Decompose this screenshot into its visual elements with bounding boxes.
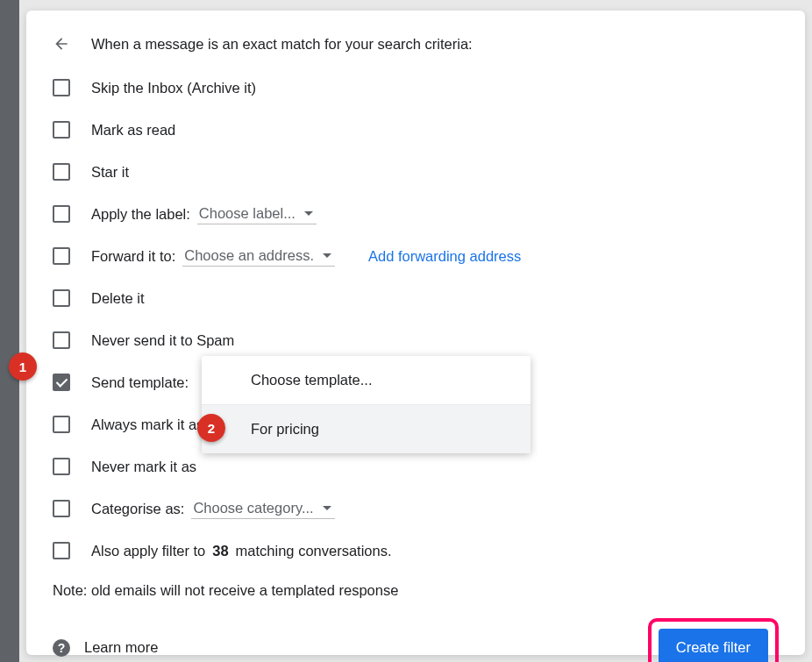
- create-filter-highlight: Create filter: [648, 618, 779, 662]
- option-never-important: Never mark it as: [53, 456, 779, 477]
- checkbox-always-important[interactable]: [53, 416, 70, 433]
- popover-item-choose[interactable]: Choose template...: [202, 356, 531, 405]
- learn-more-text: Learn more: [84, 639, 158, 656]
- caret-down-icon: [304, 211, 313, 216]
- forward-dropdown[interactable]: Choose an address.: [182, 246, 335, 267]
- apply-label-dropdown[interactable]: Choose label...: [197, 203, 317, 224]
- filter-actions-dialog: When a message is an exact match for you…: [26, 11, 805, 655]
- dialog-header: When a message is an exact match for you…: [53, 35, 779, 53]
- checkbox-send-template[interactable]: [53, 374, 70, 391]
- label-delete: Delete it: [91, 290, 145, 307]
- label-also-apply: Also apply filter to 38 matching convers…: [91, 543, 392, 559]
- create-filter-button[interactable]: Create filter: [659, 629, 768, 662]
- help-icon: ?: [53, 639, 70, 657]
- forward-text: Forward it to:: [91, 248, 175, 265]
- option-delete: Delete it: [53, 288, 779, 309]
- checkbox-forward[interactable]: [53, 247, 70, 265]
- label-send-template: Send template:: [91, 374, 189, 391]
- note-text: Note: old emails will not receive a temp…: [53, 582, 779, 599]
- checkbox-apply-label[interactable]: [53, 205, 70, 223]
- categorise-dropdown[interactable]: Choose category...: [191, 498, 334, 519]
- option-forward: Forward it to: Choose an address. Add fo…: [53, 246, 779, 267]
- label-categorise: Categorise as: Choose category...: [91, 498, 335, 519]
- caret-down-icon: [323, 506, 331, 510]
- label-never-important: Never mark it as: [91, 459, 196, 475]
- learn-more-link[interactable]: ? Learn more: [53, 639, 158, 657]
- checkbox-delete[interactable]: [53, 289, 70, 307]
- also-apply-prefix: Also apply filter to: [91, 543, 205, 559]
- option-star: Star it: [53, 161, 779, 182]
- dialog-footer: ? Learn more Create filter: [53, 618, 779, 662]
- forward-dropdown-text: Choose an address.: [184, 247, 314, 264]
- step-badge-2: 2: [197, 414, 225, 442]
- option-categorise: Categorise as: Choose category...: [53, 498, 779, 519]
- left-edge-strip: [0, 0, 19, 662]
- option-skip-inbox: Skip the Inbox (Archive it): [53, 77, 779, 98]
- label-mark-read: Mark as read: [91, 122, 175, 139]
- categorise-dropdown-text: Choose category...: [193, 500, 313, 516]
- apply-label-dropdown-text: Choose label...: [199, 205, 296, 222]
- back-arrow-icon[interactable]: [53, 35, 70, 53]
- label-star: Star it: [91, 164, 129, 181]
- option-apply-label: Apply the label: Choose label...: [53, 203, 779, 224]
- label-always-important: Always mark it as: [91, 416, 203, 433]
- caret-down-icon: [323, 253, 331, 258]
- checkbox-never-spam[interactable]: [53, 331, 70, 349]
- label-forward: Forward it to: Choose an address. Add fo…: [91, 246, 521, 267]
- checkbox-never-important[interactable]: [53, 458, 70, 475]
- checkbox-star[interactable]: [53, 163, 70, 181]
- label-skip-inbox: Skip the Inbox (Archive it): [91, 80, 256, 96]
- checkbox-skip-inbox[interactable]: [53, 79, 70, 96]
- popover-item-for-pricing[interactable]: For pricing: [202, 405, 531, 453]
- label-apply-label: Apply the label: Choose label...: [91, 203, 317, 224]
- add-forwarding-link[interactable]: Add forwarding address: [368, 248, 521, 265]
- label-never-spam: Never send it to Spam: [91, 332, 234, 349]
- step-badge-1: 1: [9, 352, 37, 381]
- also-apply-count: 38: [212, 543, 228, 559]
- checkbox-categorise[interactable]: [53, 500, 70, 517]
- option-never-spam: Never send it to Spam: [53, 330, 779, 351]
- apply-label-text: Apply the label:: [91, 206, 190, 223]
- checkbox-also-apply[interactable]: [53, 542, 70, 559]
- dialog-title: When a message is an exact match for you…: [91, 36, 473, 53]
- checkbox-mark-read[interactable]: [53, 121, 70, 139]
- also-apply-suffix: matching conversations.: [236, 543, 392, 559]
- categorise-text: Categorise as:: [91, 501, 184, 517]
- option-mark-read: Mark as read: [53, 119, 779, 140]
- template-dropdown-popover: Choose template... For pricing: [202, 356, 531, 453]
- option-also-apply: Also apply filter to 38 matching convers…: [53, 540, 779, 561]
